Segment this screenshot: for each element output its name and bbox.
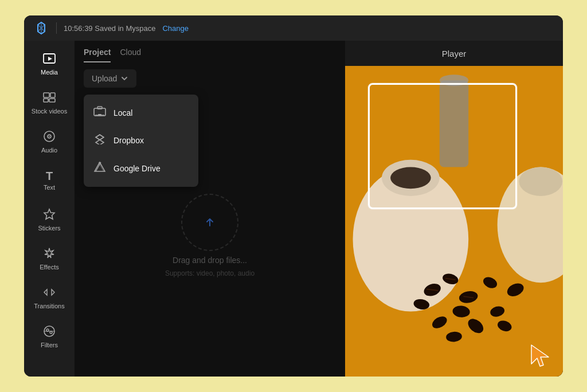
dropdown-menu: Local Dropbox [84,95,198,187]
stickers-icon [43,208,56,222]
svg-rect-6 [49,99,55,102]
sidebar-stickers-label: Stickers [38,225,60,232]
sidebar-text-label: Text [44,184,55,191]
sidebar-item-text[interactable]: T Text [29,162,70,199]
app-window: 10:56:39 Saved in Myspace Change Media [24,15,563,377]
sidebar-transitions-label: Transitions [34,303,64,309]
google-drive-label: Google Drive [114,164,161,173]
sidebar-item-effects[interactable]: Effects [29,240,70,277]
svg-marker-10 [44,209,54,219]
svg-marker-42 [531,345,549,366]
player-header: Player [345,41,563,66]
sidebar-item-filters[interactable]: Filters [29,318,70,355]
effects-icon [43,247,56,261]
top-bar: 10:56:39 Saved in Myspace Change [24,15,563,41]
dropbox-label: Dropbox [114,136,144,145]
top-bar-divider [56,22,57,34]
stock-videos-icon [43,91,56,105]
player-panel: Player [345,41,563,377]
svg-point-21 [519,167,562,195]
filters-icon [43,325,56,339]
google-drive-icon [93,161,107,175]
svg-rect-4 [50,93,55,97]
sidebar-effects-label: Effects [40,264,58,271]
sidebar-item-media[interactable]: Media [29,45,70,82]
sidebar-media-label: Media [41,69,58,76]
app-logo [33,20,49,36]
svg-point-9 [49,136,50,137]
dropdown-item-local[interactable]: Local [84,99,198,126]
sidebar-stock-label: Stock videos [32,108,67,115]
dropdown-overlay[interactable] [75,41,345,377]
svg-marker-2 [48,57,52,61]
sidebar: Media Stock videos [24,41,75,377]
dropdown-item-dropbox[interactable]: Dropbox [84,126,198,154]
center-panel: Project Cloud Upload [75,41,345,377]
svg-rect-5 [44,99,48,102]
player-title: Player [442,49,467,58]
local-icon [93,106,107,119]
media-icon [43,52,56,66]
sidebar-filters-label: Filters [41,342,58,348]
change-link[interactable]: Change [162,24,189,33]
dropbox-icon [93,133,107,147]
svg-rect-3 [44,93,49,97]
text-icon: T [46,170,53,182]
audio-icon [43,130,56,144]
coffee-background [345,66,563,377]
sidebar-item-stickers[interactable]: Stickers [29,201,70,238]
main-content: Media Stock videos [24,41,563,377]
highlight-rectangle [368,83,517,209]
sidebar-item-audio[interactable]: Audio [29,123,70,160]
dropdown-item-google-drive[interactable]: Google Drive [84,154,198,182]
player-view [345,66,563,377]
svg-rect-16 [97,107,102,109]
sidebar-item-transitions[interactable]: Transitions [29,279,70,316]
sidebar-item-stock-videos[interactable]: Stock videos [29,84,70,121]
local-label: Local [114,108,132,117]
save-status: 10:56:39 Saved in Myspace [64,24,155,33]
sidebar-audio-label: Audio [41,147,57,154]
transitions-icon [43,286,56,300]
